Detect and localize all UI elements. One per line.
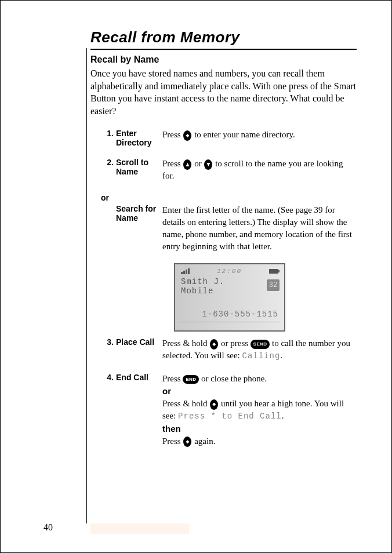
footer-highlight	[90, 523, 189, 534]
phone-contact-name: Smith J.	[181, 277, 278, 286]
step-description: Press & hold or press SEND to call the n…	[162, 337, 357, 362]
step-label: Scroll to Name	[114, 158, 162, 176]
step-1: 1. Enter Directory Press to enter your n…	[101, 129, 357, 147]
then-text: then	[162, 424, 181, 434]
send-button-icon: SEND	[251, 340, 270, 348]
step-label: Search for Name	[114, 204, 162, 223]
step-label: End Call	[114, 373, 162, 382]
or-text: or	[162, 386, 171, 396]
smart-button-icon	[210, 399, 218, 410]
vertical-rule	[86, 48, 87, 523]
end-button-icon: END	[183, 375, 199, 384]
step-label: Enter Directory	[114, 129, 162, 147]
step-2: 2. Scroll to Name Press or to scroll to …	[101, 158, 357, 182]
step-3: 3. Place Call Press & hold or press SEND…	[101, 337, 357, 362]
step-number: 1.	[101, 129, 114, 138]
phone-memory-location: 32	[267, 279, 280, 291]
phone-time: 12:00	[217, 268, 242, 275]
or-separator: or	[101, 192, 357, 203]
step-description: Press to enter your name directory.	[162, 129, 357, 141]
phone-contact-type: Mobile	[181, 286, 278, 296]
smart-button-icon	[183, 130, 191, 141]
step-description: Press END or close the phone. or Press &…	[162, 373, 357, 448]
smart-button-icon	[210, 339, 218, 350]
up-button-icon	[183, 159, 191, 170]
phone-number: 1-630-555-1515	[202, 310, 278, 319]
phone-display: 12:00 Smith J. Mobile 32 1-630-555-1515	[174, 263, 285, 332]
step-label: Place Call	[114, 337, 162, 347]
steps-list: 1. Enter Directory Press to enter your n…	[101, 129, 357, 447]
page-body: Recall from Memory Recall by Name Once y…	[1, 1, 391, 448]
step-2b: Search for Name Enter the first letter o…	[101, 204, 357, 253]
signal-icon	[181, 268, 190, 274]
step-number: 2.	[101, 158, 114, 167]
step-description: Enter the first letter of the name. (See…	[162, 204, 357, 253]
battery-icon	[269, 269, 278, 274]
phone-status-bar: 12:00	[181, 268, 278, 275]
step-description: Press or to scroll to the name you are l…	[162, 158, 357, 182]
down-button-icon	[204, 159, 212, 170]
step-number: 4.	[101, 373, 114, 382]
lcd-calling: Calling	[242, 351, 280, 361]
page-title: Recall from Memory	[90, 28, 357, 50]
intro-paragraph: Once you have stored names and numbers, …	[90, 67, 357, 117]
section-subtitle: Recall by Name	[90, 54, 357, 65]
step-number: 3.	[101, 337, 114, 347]
lcd-end-call: Press * to End Call	[178, 412, 282, 421]
page-number: 40	[43, 522, 53, 533]
step-4: 4. End Call Press END or close the phone…	[101, 373, 357, 448]
phone-divider	[180, 322, 280, 322]
smart-button-icon	[183, 436, 191, 447]
